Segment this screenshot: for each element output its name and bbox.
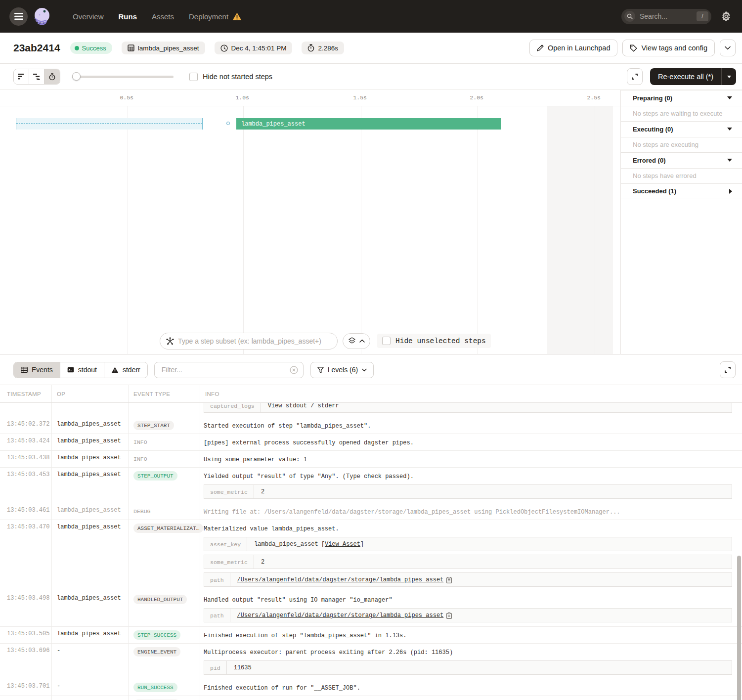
event-type-cell: STEP_SUCCESS bbox=[129, 627, 200, 643]
event-row: 13:45:03.453lambda_pipes_assetSTEP_OUTPU… bbox=[0, 468, 742, 503]
metadata-text: 2 bbox=[261, 559, 264, 566]
event-timestamp: 13:45:03.470 bbox=[0, 520, 52, 591]
section-errored[interactable]: Errored (0) bbox=[621, 152, 742, 168]
chevron-up-icon bbox=[359, 339, 365, 343]
slider-thumb[interactable] bbox=[72, 72, 81, 81]
step-subset-input-wrap bbox=[160, 333, 338, 350]
event-row: 13:45:03.470lambda_pipes_assetASSET_MATE… bbox=[0, 520, 742, 591]
flat-view-button[interactable] bbox=[14, 69, 29, 84]
reexecute-menu-button[interactable] bbox=[721, 68, 736, 85]
job-pill[interactable]: lambda_pipes_asset bbox=[122, 42, 205, 54]
metadata-key: pid bbox=[204, 661, 227, 674]
section-executing-body: No steps are executing bbox=[621, 137, 742, 153]
tab-stdout[interactable]: stdout bbox=[60, 362, 104, 378]
waterfall-icon bbox=[33, 74, 40, 80]
nav-assets[interactable]: Assets bbox=[152, 12, 174, 21]
step-status-sidebar: Preparing (0) No steps are waiting to ex… bbox=[620, 90, 742, 354]
metadata-entry: asset_keylambda_pipes_asset[View Asset] bbox=[204, 537, 732, 551]
col-timestamp: TIMESTAMP bbox=[0, 385, 52, 402]
run-id: 23ab2414 bbox=[13, 42, 60, 54]
nav-deployment[interactable]: Deployment bbox=[189, 12, 228, 21]
col-op: OP bbox=[52, 385, 129, 402]
job-grid-icon bbox=[128, 44, 134, 51]
tab-stderr[interactable]: stderr bbox=[104, 362, 147, 378]
event-timestamp: 13:45:03.424 bbox=[0, 434, 52, 450]
metadata-value: 11635 bbox=[227, 661, 259, 674]
event-info-cell: Writing file at: /Users/alangenfeld/data… bbox=[200, 503, 742, 520]
section-executing[interactable]: Executing (0) bbox=[621, 121, 742, 137]
event-type-label: INFO bbox=[133, 438, 147, 445]
col-info: INFO bbox=[200, 385, 742, 402]
tick-label: 0.5s bbox=[120, 94, 133, 101]
gantt-step-bar-label: lambda_pipes_asset bbox=[236, 121, 306, 128]
clear-filter-icon[interactable] bbox=[290, 366, 298, 374]
event-message: Materialized value lambda_pipes_asset. bbox=[204, 524, 736, 533]
filter-input[interactable] bbox=[162, 366, 290, 374]
view-stdout-stderr-link[interactable]: View stdout / stderr bbox=[268, 403, 339, 409]
log-view-tabs: Events stdout stderr bbox=[13, 362, 148, 378]
event-type-cell: RUN_SUCCESS bbox=[129, 679, 200, 696]
metadata-value: /Users/alangenfeld/data/dagster/storage/… bbox=[230, 609, 459, 622]
gantt-step-bar[interactable]: lambda_pipes_asset bbox=[236, 118, 501, 130]
event-op: lambda_pipes_asset bbox=[52, 503, 129, 520]
event-timestamp: 13:45:03.701 bbox=[0, 679, 52, 696]
gear-icon[interactable] bbox=[721, 11, 731, 21]
stopwatch-icon bbox=[307, 44, 314, 52]
dagster-logo-icon[interactable] bbox=[31, 5, 53, 27]
section-preparing[interactable]: Preparing (0) bbox=[621, 90, 742, 106]
metadata-text: 2 bbox=[261, 488, 264, 495]
search-placeholder: Search... bbox=[640, 12, 697, 20]
copy-icon[interactable] bbox=[446, 612, 452, 619]
gantt-fullscreen-button[interactable] bbox=[627, 68, 643, 85]
event-type-badge: ASSET_MATERIALIZAT… bbox=[133, 524, 203, 533]
metadata-key: path bbox=[204, 609, 230, 622]
open-in-launchpad-button[interactable]: Open in Launchpad bbox=[529, 40, 618, 56]
event-message: Using some_parameter value: 1 bbox=[204, 454, 736, 464]
view-tags-config-button[interactable]: View tags and config bbox=[622, 40, 715, 56]
reexecute-all-button[interactable]: Re-execute all (*) bbox=[650, 68, 736, 85]
nav-overview[interactable]: Overview bbox=[73, 12, 104, 21]
path-link[interactable]: /Users/alangenfeld/data/dagster/storage/… bbox=[237, 576, 444, 583]
run-header: 23ab2414 Success lambda_pipes_asset Dec … bbox=[0, 33, 742, 64]
event-type-badge: HANDLED_OUTPUT bbox=[133, 595, 187, 604]
hide-unselected-checkbox[interactable] bbox=[382, 337, 391, 345]
event-timestamp bbox=[0, 403, 52, 417]
nav-runs[interactable]: Runs bbox=[119, 12, 137, 21]
event-message: [pipes] external process successfully op… bbox=[204, 438, 736, 447]
expand-icon bbox=[631, 73, 638, 80]
step-layers-button[interactable] bbox=[343, 333, 370, 349]
timed-view-button[interactable] bbox=[44, 69, 60, 84]
event-op: lambda_pipes_asset bbox=[52, 468, 129, 503]
event-op: - bbox=[52, 696, 129, 700]
metadata-text: lambda_pipes_asset bbox=[254, 541, 318, 548]
menu-button[interactable] bbox=[9, 7, 28, 26]
section-succeeded[interactable]: Succeeded (1) bbox=[621, 183, 742, 199]
event-type-cell: INFO bbox=[129, 451, 200, 467]
step-subset-input[interactable] bbox=[178, 337, 331, 345]
layers-icon bbox=[349, 337, 355, 345]
copy-icon[interactable] bbox=[446, 577, 452, 583]
view-asset-link[interactable]: View Asset bbox=[325, 541, 360, 548]
vertical-scrollbar[interactable] bbox=[737, 556, 741, 700]
event-info-cell: Handled output "result" using IO manager… bbox=[200, 591, 742, 626]
search-input[interactable]: Search... / bbox=[621, 9, 711, 24]
metadata-value: lambda_pipes_asset[View Asset] bbox=[247, 537, 371, 551]
metadata-entry: some_metric2 bbox=[204, 484, 732, 499]
run-actions-menu-button[interactable] bbox=[720, 40, 736, 56]
event-type-cell: ENGINE_EVENT bbox=[129, 696, 200, 700]
path-link[interactable]: /Users/alangenfeld/data/dagster/storage/… bbox=[237, 612, 444, 619]
gantt-zoom-slider[interactable] bbox=[72, 72, 174, 82]
events-fullscreen-button[interactable] bbox=[720, 361, 736, 378]
levels-filter-button[interactable]: Levels (6) bbox=[310, 362, 374, 378]
chevron-down-icon bbox=[362, 368, 367, 372]
expand-icon bbox=[724, 366, 731, 373]
event-row: 13:45:03.505lambda_pipes_assetSTEP_SUCCE… bbox=[0, 627, 742, 644]
tab-events[interactable]: Events bbox=[14, 362, 60, 378]
hide-not-started-checkbox[interactable] bbox=[189, 73, 198, 81]
chevron-down-icon bbox=[725, 46, 731, 50]
waterfall-view-button[interactable] bbox=[29, 69, 44, 84]
metadata-entry: pid11635 bbox=[204, 660, 732, 675]
event-type-badge: STEP_OUTPUT bbox=[133, 471, 177, 481]
start-time-pill: Dec 4, 1:45:01 PM bbox=[215, 42, 293, 54]
gantt-step-marker-icon bbox=[226, 122, 230, 125]
